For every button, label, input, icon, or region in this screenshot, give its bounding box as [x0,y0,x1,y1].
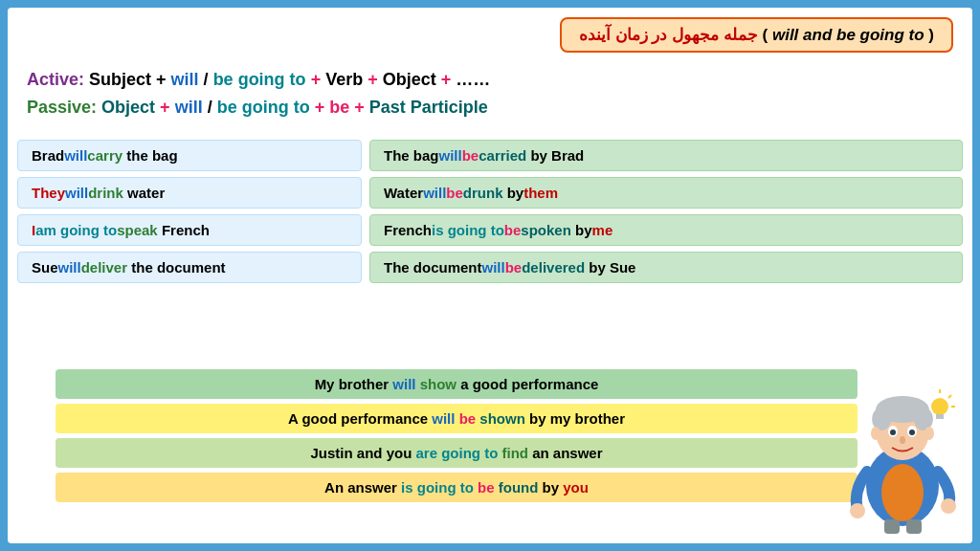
white-area: ( will and be going to ) جمله مجهول در ز… [8,8,972,543]
bottom-row-2: A good performance will be shown by my b… [56,404,858,433]
bag-label: The bag [384,147,439,164]
bottom-2-perf: A good performance [288,410,432,427]
table-row: They will drink water Water will be drun… [17,177,963,209]
doc-label: The document [384,259,482,276]
bag-by: by Brad [526,147,584,164]
title-box: ( will and be going to ) جمله مجهول در ز… [560,17,953,53]
passive-will: will [175,98,203,117]
bottom-3-justin: Justin and you [310,445,415,461]
bottom-3-going: are going to [415,445,501,461]
bottom-2-will: will [432,410,458,427]
passive-plus2: + [315,98,325,117]
sue-deliver: deliver [81,259,127,276]
passive-label: Passive: [27,98,97,117]
doc-by: by Sue [585,259,635,276]
active-be-going: be going to [213,70,306,89]
i-speak: speak [117,222,158,238]
bottom-4-be: be [478,479,499,496]
bottom-row-4: An answer is going to be found by you [56,473,858,502]
sue-will: will [58,259,81,276]
bottom-3-find: find [501,445,528,461]
brad-will: will [64,147,87,164]
bottom-2-by: by my brother [529,410,625,427]
water-label: Water [384,185,423,201]
svg-rect-15 [884,519,900,534]
formula-area: Active: Subject + will / be going to + V… [27,67,953,122]
active-label: Active: [27,70,84,89]
cell-right-3: French is going to be spoken by me [369,214,963,246]
cell-left-2: They will drink water [17,177,362,209]
bottom-1-brother: My brother [315,376,393,392]
table-area: Brad will carry the bag The bag will be … [17,140,963,289]
passive-plus3: + [354,98,365,117]
cell-right-2: Water will be drunk by them [369,177,963,209]
title-paren-open: ( [924,26,934,44]
i-going: am going to [35,222,117,238]
cell-right-4: The document will be delivered by Sue [369,252,963,283]
passive-be: be [329,98,349,117]
svg-rect-18 [936,414,944,419]
bottom-area: My brother will show a good performance … [56,369,858,507]
cell-left-1: Brad will carry the bag [17,140,362,171]
svg-rect-16 [906,519,922,534]
svg-point-13 [850,503,865,518]
brad-carry: carry [87,147,122,164]
table-row: I am going to speak French French is goi… [17,214,963,246]
french-be: be [504,222,522,238]
brad-rest: the bag [122,147,178,164]
cell-left-4: Sue will deliver the document [17,252,362,283]
water-by: by [502,185,523,201]
bottom-4-by: by [543,479,564,496]
french-by: by [571,222,592,238]
doc-delivered: delivered [522,259,585,276]
character-illustration [848,386,958,534]
table-row: Brad will carry the bag The bag will be … [17,140,963,171]
bottom-2-be: be [459,410,480,427]
active-plus1: + [311,70,322,89]
active-formula-line: Active: Subject + will / be going to + V… [27,67,953,93]
passive-participle: Past Participle [369,98,488,117]
they-water: water [123,185,165,201]
french-label: French [384,222,432,238]
title-english: will and be going to [772,26,924,44]
bottom-1-rest: a good performance [460,376,598,392]
table-row: Sue will deliver the document The docume… [17,252,963,283]
french-me: me [592,222,613,238]
bottom-4-you: you [563,479,589,496]
they-label: They [32,185,65,201]
i-french: French [158,222,210,238]
svg-point-14 [941,498,956,514]
svg-point-1 [881,464,924,521]
water-be: be [446,185,463,201]
svg-point-10 [900,436,905,444]
they-will: will [65,185,88,201]
svg-line-20 [948,395,951,398]
sue-label: Sue [32,259,58,276]
brad-label: Brad [32,147,64,164]
bottom-1-show: show [420,376,457,392]
svg-point-8 [890,430,896,435]
active-will: will [171,70,199,89]
active-subject: Subject + [89,70,171,89]
cell-right-1: The bag will be carried by Brad [369,140,963,171]
svg-point-17 [931,398,948,415]
cell-left-3: I am going to speak French [17,214,362,246]
water-drunk: drunk [463,185,503,201]
bottom-row-1: My brother will show a good performance [56,369,858,399]
bottom-2-shown: shown [479,410,525,427]
bottom-3-answer: an answer [532,445,602,461]
french-is-going: is going to [432,222,504,238]
title-paren-close: ) [763,26,772,44]
bottom-4-found: found [499,479,539,496]
main-container: ( will and be going to ) جمله مجهول در ز… [0,8,980,551]
sue-doc: the document [127,259,226,276]
bag-be: be [462,147,479,164]
passive-object: Object [101,98,155,117]
svg-point-9 [909,430,915,435]
title-persian: جمله مجهول در زمان آینده [579,26,758,44]
bottom-row-3: Justin and you are going to find an answ… [56,438,858,468]
bottom-4-answer: An answer [324,479,401,496]
passive-formula-line: Passive: Object + will / be going to + b… [27,95,953,121]
active-plus2: + [368,70,378,89]
active-plus3: + [441,70,452,89]
